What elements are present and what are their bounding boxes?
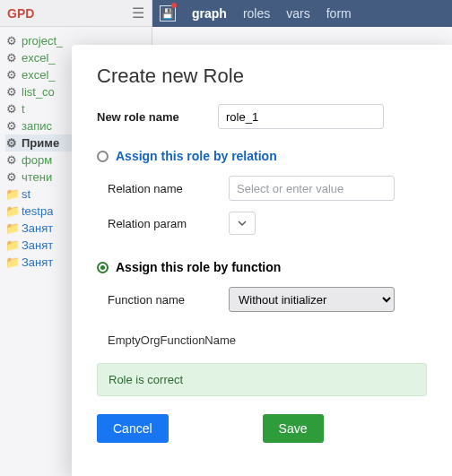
- relation-name-input[interactable]: [229, 176, 395, 201]
- chevron-down-icon: [238, 219, 247, 228]
- row-new-role: New role name: [97, 104, 427, 129]
- empty-org-text: EmptyOrgFunctionName: [108, 333, 427, 347]
- row-relation-param: Relation param: [108, 212, 427, 235]
- modal-title: Create new Role: [97, 65, 427, 88]
- row-function-name: Function name Without initializer: [108, 287, 427, 312]
- function-name-label: Function name: [108, 293, 229, 307]
- assign-relation-label: Assign this role by relation: [116, 149, 277, 163]
- create-role-modal: Create new Role New role name Assign thi…: [72, 45, 452, 476]
- row-relation-name: Relation name: [108, 176, 427, 201]
- new-role-label: New role name: [97, 110, 218, 124]
- radio-assign-relation[interactable]: Assign this role by relation: [97, 149, 427, 163]
- relation-param-label: Relation param: [108, 217, 229, 230]
- radio-assign-function[interactable]: Assign this role by function: [97, 260, 427, 274]
- radio-icon-selected: [97, 262, 109, 273]
- relation-param-select[interactable]: [229, 212, 256, 235]
- radio-icon: [97, 151, 109, 162]
- new-role-input[interactable]: [218, 104, 384, 129]
- status-message: Role is correct: [97, 363, 427, 396]
- function-name-select[interactable]: Without initializer: [229, 287, 395, 312]
- assign-function-label: Assign this role by function: [116, 260, 281, 274]
- relation-name-label: Relation name: [108, 182, 229, 195]
- cancel-button[interactable]: Cancel: [97, 414, 169, 443]
- button-row: Cancel Save: [97, 414, 427, 443]
- save-button[interactable]: Save: [263, 414, 324, 443]
